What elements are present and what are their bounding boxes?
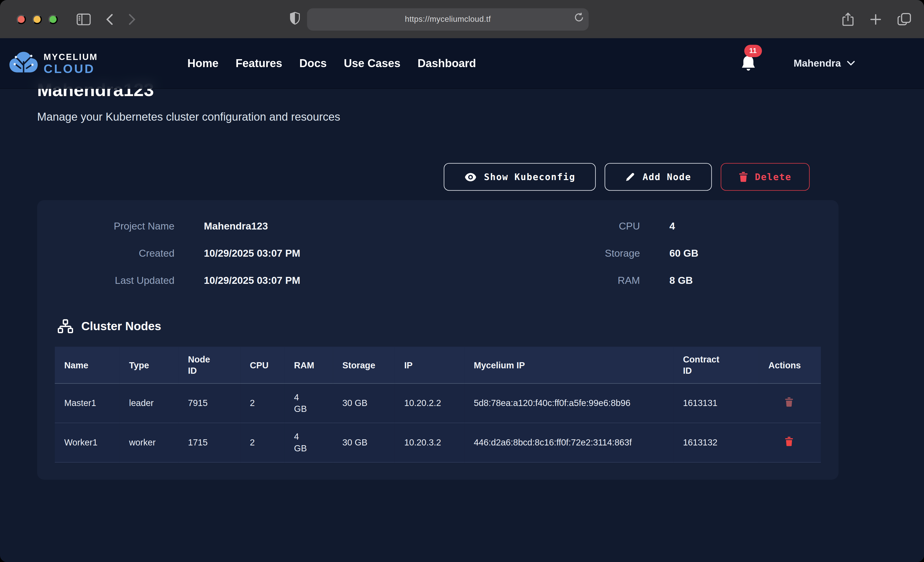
notification-badge: 11 [744, 44, 762, 57]
ram-label: RAM [422, 272, 640, 290]
cluster-details: Project Name Mahendra123 CPU 4 Created 1… [65, 218, 821, 290]
cell-actions [759, 423, 821, 462]
tab-overview-button[interactable] [898, 12, 911, 26]
project-name-label: Project Name [65, 218, 174, 235]
last-updated-label: Last Updated [65, 272, 174, 290]
address-bar[interactable]: https://myceliumcloud.tf [307, 8, 588, 30]
add-node-button[interactable]: Add Node [605, 163, 712, 191]
eye-icon [464, 172, 477, 182]
cell-ram: 4 GB [285, 423, 333, 462]
reload-button[interactable] [574, 12, 584, 22]
plus-icon [870, 13, 882, 25]
show-kubeconfig-label: Show Kubeconfig [484, 172, 575, 182]
cluster-details-card: Project Name Mahendra123 CPU 4 Created 1… [37, 200, 838, 480]
table-row: Master1 leader 7915 2 4 GB 30 GB 10.20.2… [55, 383, 821, 423]
notifications-button[interactable]: 11 [741, 55, 756, 72]
bell-icon [741, 55, 756, 72]
page-subtitle: Manage your Kubernetes cluster configura… [37, 111, 840, 124]
cluster-nodes-icon [58, 319, 73, 333]
nav-link-features[interactable]: Features [236, 57, 282, 70]
cell-ram: 4 GB [285, 383, 333, 423]
reload-icon [574, 12, 584, 22]
main-content: Mahendra123 Manage your Kubernetes clust… [0, 38, 924, 562]
add-node-label: Add Node [642, 172, 691, 182]
cell-cpu: 2 [240, 423, 285, 462]
sidebar-toggle-button[interactable] [76, 13, 91, 25]
url-text[interactable]: https://myceliumcloud.tf [307, 15, 588, 23]
delete-cluster-button[interactable]: Delete [721, 163, 810, 191]
delete-node-button[interactable] [785, 436, 793, 448]
col-header-name: Name [55, 347, 120, 383]
cell-name: Worker1 [55, 423, 120, 462]
cell-contract-id: 1613131 [674, 383, 759, 423]
brand-line1: MYCELIUM [44, 52, 98, 61]
storage-value: 60 GB [669, 245, 864, 263]
nav-links: Home Features Docs Use Cases Dashboard [188, 57, 476, 70]
browser-chrome: https://myceliumcloud.tf [0, 0, 924, 38]
table-header-row: Name Type Node ID CPU RAM Storage IP Myc… [55, 347, 821, 383]
cluster-actions: Show Kubeconfig Add Node Delete [37, 163, 840, 191]
nav-link-use-cases[interactable]: Use Cases [344, 57, 400, 70]
cell-mycelium-ip: 5d8:78ea:a120:f40c:ff0f:a5fe:99e6:8b96 [464, 383, 674, 423]
table-row: Worker1 worker 1715 2 4 GB 30 GB 10.20.3… [55, 423, 821, 462]
cell-storage: 30 GB [333, 423, 394, 462]
cell-node-id: 1715 [178, 423, 240, 462]
col-header-ram: RAM [285, 347, 333, 383]
col-header-mycelium-ip: Mycelium IP [464, 347, 674, 383]
close-window-button[interactable] [16, 14, 26, 24]
cluster-nodes-table: Name Type Node ID CPU RAM Storage IP Myc… [55, 347, 821, 463]
sidebar-icon [76, 13, 91, 25]
cell-mycelium-ip: 446:d2a6:8bcd:8c16:ff0f:72e2:3114:863f [464, 423, 674, 462]
col-header-type: Type [120, 347, 178, 383]
cell-node-id: 7915 [178, 383, 240, 423]
trash-icon [785, 397, 793, 407]
site-navbar: MYCELIUM CLOUD Home Features Docs Use Ca… [0, 38, 924, 89]
last-updated-value: 10/29/2025 03:07 PM [204, 272, 392, 290]
col-header-actions: Actions [759, 347, 821, 383]
forward-button[interactable] [129, 13, 136, 25]
pencil-icon [626, 172, 636, 182]
cell-type: leader [120, 383, 178, 423]
share-icon [842, 12, 854, 26]
col-header-storage: Storage [333, 347, 394, 383]
col-header-contract-id: Contract ID [674, 347, 759, 383]
forward-chevron-icon [129, 13, 136, 25]
back-chevron-icon [106, 13, 113, 25]
trash-icon [739, 172, 747, 182]
cell-type: worker [120, 423, 178, 462]
delete-node-button[interactable] [785, 397, 793, 408]
chevron-down-icon [847, 61, 855, 66]
created-label: Created [65, 245, 174, 263]
share-button[interactable] [842, 12, 854, 26]
window-controls [16, 14, 58, 24]
delete-label: Delete [755, 172, 791, 182]
browser-window: https://myceliumcloud.tf [0, 0, 924, 562]
privacy-shield-icon [290, 12, 300, 25]
ram-value: 8 GB [669, 272, 864, 290]
mycelium-logo-icon [8, 50, 39, 77]
nav-link-docs[interactable]: Docs [299, 57, 327, 70]
user-menu[interactable]: Mahendra [790, 57, 859, 70]
cpu-value: 4 [669, 218, 864, 235]
brand[interactable]: MYCELIUM CLOUD [8, 50, 185, 77]
cpu-label: CPU [422, 218, 640, 235]
nav-link-dashboard[interactable]: Dashboard [417, 57, 476, 70]
col-header-ip: IP [395, 347, 464, 383]
show-kubeconfig-button[interactable]: Show Kubeconfig [444, 163, 596, 191]
project-name-value: Mahendra123 [204, 218, 392, 235]
cell-cpu: 2 [240, 383, 285, 423]
cell-name: Master1 [55, 383, 120, 423]
cell-actions [759, 383, 821, 423]
cluster-nodes-title: Cluster Nodes [81, 320, 161, 333]
zoom-window-button[interactable] [48, 14, 58, 24]
page: Mahendra123 Manage your Kubernetes clust… [0, 38, 924, 562]
cell-ip: 10.20.2.2 [395, 383, 464, 423]
nav-link-home[interactable]: Home [188, 57, 219, 70]
cell-storage: 30 GB [333, 383, 394, 423]
new-tab-button[interactable] [870, 12, 882, 26]
created-value: 10/29/2025 03:07 PM [204, 245, 392, 263]
minimize-window-button[interactable] [32, 14, 42, 24]
cell-ip: 10.20.3.2 [395, 423, 464, 462]
cell-contract-id: 1613132 [674, 423, 759, 462]
back-button[interactable] [106, 13, 113, 25]
